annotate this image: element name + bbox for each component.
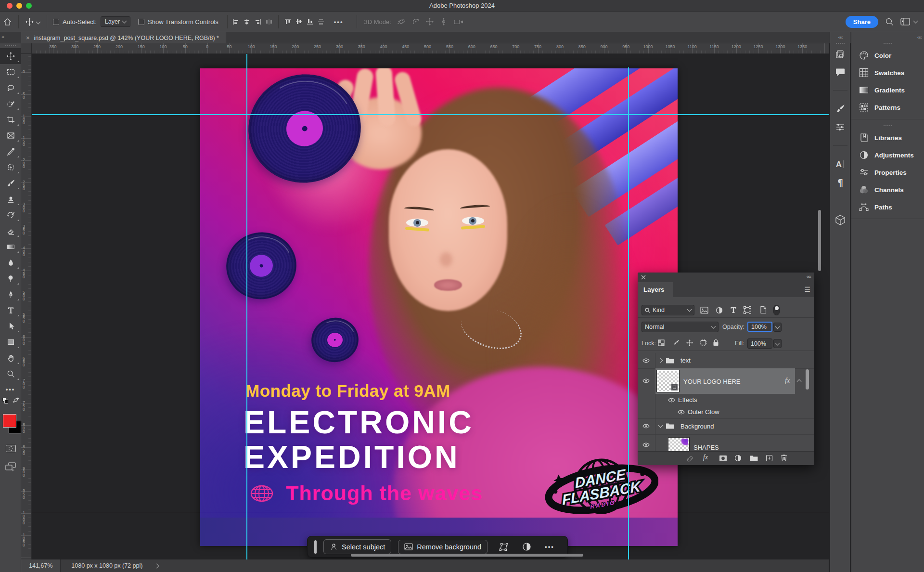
- move-tool-preset[interactable]: [23, 18, 43, 26]
- layer-row-text-group[interactable]: text: [638, 353, 814, 368]
- expand-dock-icon[interactable]: »: [1, 34, 4, 39]
- filter-kind-dropdown[interactable]: Kind: [642, 305, 694, 315]
- layer-thumbnail[interactable]: [657, 370, 679, 392]
- tab-layers[interactable]: Layers: [638, 282, 673, 297]
- screen-mode-icon[interactable]: [5, 462, 16, 472]
- layer-row-background-group[interactable]: Background: [638, 418, 814, 434]
- tool-healing-patch[interactable]: [0, 159, 21, 175]
- guide-horizontal-2[interactable]: [32, 513, 829, 513]
- panel-menu-icon[interactable]: ☰: [804, 286, 810, 293]
- tool-history-brush[interactable]: [0, 207, 21, 223]
- history-panel-icon[interactable]: [835, 50, 845, 59]
- panel-item-swatches[interactable]: Swatches: [851, 64, 924, 81]
- align-right-edges-icon[interactable]: [255, 18, 261, 25]
- tool-blur[interactable]: [0, 255, 21, 271]
- filter-toggle[interactable]: [773, 305, 780, 315]
- filter-pixel-layers-icon[interactable]: [700, 307, 708, 314]
- expand-group-chevron[interactable]: [658, 358, 663, 363]
- tool-path-selection[interactable]: [0, 318, 21, 334]
- select-subject-button[interactable]: Select subject: [323, 539, 391, 554]
- auto-select-target-dropdown[interactable]: Layer: [101, 16, 130, 27]
- visibility-eye-icon[interactable]: [667, 397, 676, 403]
- layer-fx-badge[interactable]: fx: [785, 377, 790, 385]
- layer-thumbnail[interactable]: [668, 437, 690, 451]
- status-options-chevron[interactable]: [154, 563, 159, 568]
- fill-scrubber[interactable]: [773, 339, 782, 348]
- swap-colors-icon[interactable]: [13, 397, 19, 403]
- more-align-options-button[interactable]: •••: [334, 18, 344, 26]
- visibility-eye-icon[interactable]: [642, 442, 650, 448]
- 3d-panel-icon[interactable]: [835, 215, 846, 225]
- distribute-vertical-icon[interactable]: [318, 18, 324, 25]
- tool-type[interactable]: [0, 302, 21, 318]
- add-layer-style-icon[interactable]: fx: [703, 454, 708, 461]
- filter-adjustment-layers-icon[interactable]: [716, 307, 723, 314]
- layer-row-shapes[interactable]: SHAPES: [638, 434, 814, 451]
- align-vertical-centers-icon[interactable]: [295, 18, 302, 25]
- document-canvas[interactable]: Monday to Friday at 9AM ELECTRONIC EXPED…: [200, 68, 678, 546]
- paragraph-panel-icon[interactable]: ¶: [835, 178, 845, 187]
- show-transform-checkbox[interactable]: [138, 19, 144, 25]
- delete-layer-icon[interactable]: [781, 454, 787, 462]
- new-group-icon[interactable]: [749, 455, 758, 462]
- tool-pen[interactable]: [0, 286, 21, 302]
- vertical-scrollbar[interactable]: [818, 210, 821, 271]
- 3d-roll-icon[interactable]: [412, 18, 420, 26]
- tool-rectangle-shape[interactable]: [0, 334, 21, 350]
- link-layers-icon[interactable]: [686, 455, 694, 462]
- auto-select-checkbox[interactable]: [53, 19, 59, 25]
- collapse-group-chevron[interactable]: [658, 423, 663, 428]
- visibility-eye-icon[interactable]: [642, 423, 650, 429]
- workspace-switcher-button[interactable]: [900, 18, 917, 26]
- align-left-edges-icon[interactable]: [232, 18, 239, 25]
- fill-input[interactable]: 100%: [747, 338, 772, 349]
- tool-dodge[interactable]: [0, 271, 21, 286]
- tool-zoom[interactable]: [0, 366, 21, 382]
- layer-row-your-logo-here[interactable]: YOUR LOGO HERE fx: [638, 368, 814, 394]
- align-horizontal-centers-icon[interactable]: [244, 18, 250, 25]
- tool-crop[interactable]: [0, 112, 21, 128]
- lock-transparency-icon[interactable]: [658, 339, 665, 346]
- home-button[interactable]: [0, 17, 14, 26]
- visibility-eye-icon[interactable]: [642, 358, 650, 364]
- panel-item-paths[interactable]: Paths: [851, 198, 924, 216]
- foreground-color-swatch[interactable]: [3, 414, 16, 428]
- 3d-slide-icon[interactable]: [440, 18, 448, 26]
- 3d-pan-icon[interactable]: [426, 18, 434, 26]
- visibility-eye-icon[interactable]: [677, 409, 685, 415]
- collapse-panel-icon[interactable]: ««: [807, 273, 810, 279]
- ruler-origin-corner[interactable]: [21, 43, 32, 54]
- opacity-scrubber[interactable]: [773, 323, 782, 332]
- blend-mode-dropdown[interactable]: Normal: [642, 322, 719, 332]
- brush-settings-panel-icon[interactable]: [835, 122, 845, 132]
- add-layer-mask-icon[interactable]: [719, 455, 727, 462]
- collapse-dock-icon[interactable]: ««: [917, 34, 921, 40]
- lock-pixels-icon[interactable]: [673, 339, 680, 346]
- align-bottom-edges-icon[interactable]: [307, 18, 313, 25]
- remove-background-button[interactable]: Remove background: [398, 540, 488, 554]
- lock-position-icon[interactable]: [686, 339, 693, 346]
- tool-eraser[interactable]: [0, 223, 21, 239]
- opacity-input[interactable]: 100%: [747, 322, 772, 332]
- lock-all-icon[interactable]: [713, 339, 719, 346]
- close-panel-icon[interactable]: [641, 275, 646, 280]
- filter-type-layers-icon[interactable]: [730, 306, 737, 314]
- layers-scrollbar[interactable]: [806, 369, 809, 390]
- panel-item-gradients[interactable]: Gradients: [851, 81, 924, 99]
- transform-icon[interactable]: [499, 543, 509, 551]
- panel-item-libraries[interactable]: Libraries: [851, 129, 924, 146]
- panel-grip[interactable]: [0, 43, 21, 48]
- tool-object-selection[interactable]: [0, 96, 21, 112]
- ruler-vertical[interactable]: 0501001502002503003504004505005506006507…: [21, 54, 32, 559]
- close-tab-icon[interactable]: ×: [26, 34, 30, 41]
- horizontal-scrollbar[interactable]: [351, 554, 583, 557]
- layer-row-effects[interactable]: Effects: [638, 394, 814, 406]
- 3d-orbit-icon[interactable]: [397, 18, 406, 26]
- quick-mask-icon[interactable]: [6, 445, 16, 452]
- guide-vertical-2[interactable]: [628, 67, 629, 559]
- tool-rectangular-marquee[interactable]: [0, 64, 21, 80]
- guide-horizontal-1[interactable]: [32, 114, 829, 115]
- panel-item-patterns[interactable]: Patterns: [851, 99, 924, 116]
- ruler-horizontal[interactable]: 3503002502001501005005010015020025030035…: [32, 43, 829, 54]
- task-bar-more-button[interactable]: •••: [545, 543, 554, 550]
